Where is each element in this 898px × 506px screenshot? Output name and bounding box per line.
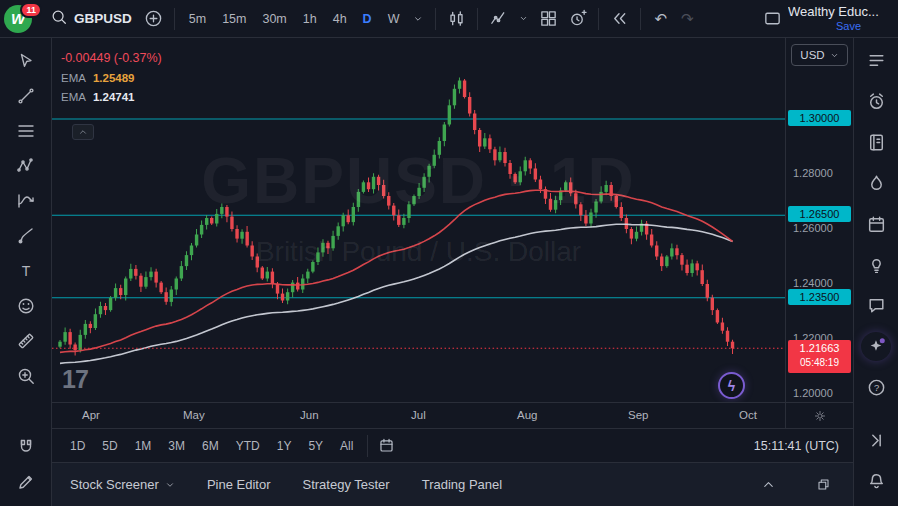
ideas-lightbulb-icon[interactable] <box>861 251 891 280</box>
timeframe-4h[interactable]: 4h <box>326 8 354 30</box>
timeframe-1h[interactable]: 1h <box>296 8 324 30</box>
tab-trading-panel[interactable]: Trading Panel <box>422 477 502 492</box>
alert-clock-icon[interactable] <box>564 5 591 32</box>
brush-tool-icon[interactable] <box>9 219 43 252</box>
time-axis-label: May <box>183 409 205 421</box>
boost-badge[interactable]: ϟ <box>718 372 745 399</box>
zoom-tool-icon[interactable] <box>9 359 43 392</box>
level-price-label: 1.30000 <box>788 110 851 126</box>
cursor-tool-icon[interactable] <box>9 44 43 77</box>
xabcd-pattern-tool-icon[interactable] <box>9 149 43 182</box>
range-toolbar: 1D 5D 1M 3M 6M YTD 1Y 5Y All 15:11:41 (U… <box>52 428 853 462</box>
chat-icon[interactable] <box>861 291 891 320</box>
left-drawing-toolbar: T <box>0 38 52 506</box>
undo-icon[interactable]: ↶ <box>648 8 673 30</box>
currency-dropdown[interactable]: USD <box>791 44 848 66</box>
chevron-down-icon <box>165 480 175 490</box>
range-1d[interactable]: 1D <box>62 435 93 457</box>
emoji-tool-icon[interactable] <box>9 289 43 322</box>
ai-assistant-sparkle-icon[interactable] <box>861 332 891 361</box>
journal-icon[interactable] <box>861 128 891 157</box>
indicators-icon[interactable] <box>485 5 512 32</box>
time-axis[interactable]: AprMayJunJulAugSepOct <box>52 402 853 428</box>
clock-utc[interactable]: 15:11:41 (UTC) <box>754 439 843 453</box>
layout-grid-icon[interactable] <box>535 5 562 32</box>
account-name: Wealthy Educ... <box>788 5 879 20</box>
candlestick-chart <box>52 38 785 402</box>
timeframe-1w[interactable]: W <box>381 8 407 30</box>
chart-style-candles-icon[interactable] <box>443 5 470 32</box>
watchlist-icon[interactable] <box>861 46 891 75</box>
range-ytd[interactable]: YTD <box>228 435 268 457</box>
timeframe-15m[interactable]: 15m <box>215 8 253 30</box>
calendar-icon[interactable] <box>861 210 891 239</box>
divider <box>477 8 478 30</box>
text-tool-icon[interactable]: T <box>9 254 43 287</box>
chart-canvas[interactable]: GBPUSD · 1D British Pound / U.S. Dollar … <box>52 38 785 402</box>
timeframe-menu-caret-icon[interactable] <box>408 9 428 29</box>
time-axis-label: Jun <box>300 409 319 421</box>
range-5y[interactable]: 5Y <box>300 435 331 457</box>
timeframe-5m[interactable]: 5m <box>182 8 213 30</box>
range-3m[interactable]: 3M <box>160 435 193 457</box>
compare-add-icon[interactable] <box>140 5 167 32</box>
fullscreen-icon[interactable] <box>759 5 786 32</box>
time-axis-label: Sep <box>628 409 648 421</box>
tab-stock-screener[interactable]: Stock Screener <box>70 477 175 492</box>
measure-tool-icon[interactable] <box>9 324 43 357</box>
search-icon <box>50 8 68 29</box>
redo-icon[interactable]: ↷ <box>675 8 700 30</box>
bar-replay-icon[interactable] <box>606 5 633 32</box>
publish-icon[interactable] <box>861 426 891 455</box>
time-axis-label: Aug <box>517 409 537 421</box>
timeframe-30m[interactable]: 30m <box>255 8 293 30</box>
notification-count-badge: 11 <box>20 2 42 18</box>
range-6m[interactable]: 6M <box>194 435 227 457</box>
notifications-bell-icon[interactable] <box>861 467 891 496</box>
divider <box>367 435 368 457</box>
time-axis-labels: AprMayJunJulAugSepOct <box>52 403 785 428</box>
range-5d[interactable]: 5D <box>94 435 125 457</box>
bottom-panel: Stock Screener Pine Editor Strategy Test… <box>52 462 853 506</box>
level-price-label: 1.23500 <box>788 289 851 305</box>
range-1m[interactable]: 1M <box>127 435 160 457</box>
symbol-search-button[interactable]: GBPUSD <box>44 4 138 33</box>
legend-collapse-button[interactable] <box>72 124 94 140</box>
alerts-clock-icon[interactable] <box>861 87 891 116</box>
last-price-label: 1.2166305:48:19 <box>788 340 851 373</box>
save-button[interactable]: Save <box>836 20 861 33</box>
tradingview-logo-watermark[interactable]: 17 <box>62 365 88 394</box>
fib-retracement-tool-icon[interactable] <box>9 114 43 147</box>
tab-label: Strategy Tester <box>302 477 389 492</box>
price-tick: 1.20000 <box>793 387 833 399</box>
price-scale[interactable]: USD 1.280001.260001.240001.220001.200001… <box>785 38 853 402</box>
account-menu[interactable]: Wealthy Educ... Save <box>788 5 898 33</box>
time-axis-label: Oct <box>739 409 757 421</box>
top-toolbar: W 11 GBPUSD 5m 15m 30m 1h 4h D W <box>0 0 898 38</box>
panel-maximize-icon[interactable] <box>812 473 835 496</box>
tab-strategy-tester[interactable]: Strategy Tester <box>302 477 389 492</box>
time-axis-label: Jul <box>411 409 426 421</box>
chevron-down-icon <box>830 51 839 60</box>
range-1y[interactable]: 1Y <box>269 435 300 457</box>
tab-pine-editor[interactable]: Pine Editor <box>207 477 271 492</box>
divider <box>435 8 436 30</box>
gear-icon <box>813 409 827 423</box>
indicator-templates-caret-icon[interactable] <box>514 9 533 28</box>
scale-settings[interactable] <box>785 403 853 428</box>
help-icon[interactable]: ? <box>861 373 891 402</box>
edit-pencil-icon[interactable] <box>9 465 43 498</box>
price-tick: 1.26000 <box>793 222 833 234</box>
panel-collapse-icon[interactable] <box>757 473 780 496</box>
app-logo[interactable]: W 11 <box>4 3 38 35</box>
trading-app: W 11 GBPUSD 5m 15m 30m 1h 4h D W <box>0 0 898 506</box>
range-all[interactable]: All <box>332 435 361 457</box>
magnet-tool-icon[interactable] <box>9 430 43 463</box>
timeframe-1d[interactable]: D <box>356 8 379 30</box>
hotlists-flame-icon[interactable] <box>861 169 891 198</box>
price-tick: 1.24000 <box>793 277 833 289</box>
trend-line-tool-icon[interactable] <box>9 79 43 112</box>
currency-label: USD <box>800 49 824 61</box>
go-to-date-icon[interactable] <box>374 433 399 458</box>
forecast-tool-icon[interactable] <box>9 184 43 217</box>
